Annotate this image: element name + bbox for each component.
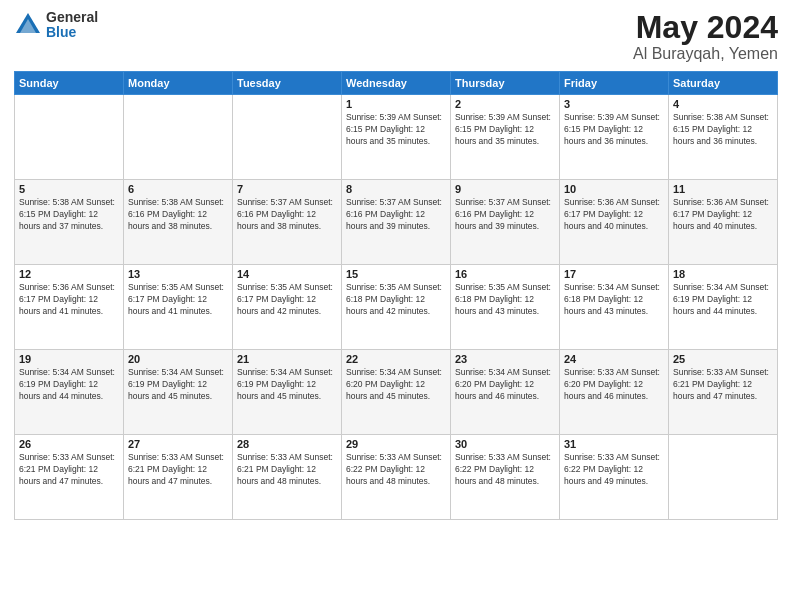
day-info: Sunrise: 5:38 AM Sunset: 6:16 PM Dayligh… xyxy=(128,197,228,233)
day-number: 29 xyxy=(346,438,446,450)
col-thursday: Thursday xyxy=(451,72,560,95)
day-number: 6 xyxy=(128,183,228,195)
day-info: Sunrise: 5:35 AM Sunset: 6:17 PM Dayligh… xyxy=(237,282,337,318)
day-info: Sunrise: 5:38 AM Sunset: 6:15 PM Dayligh… xyxy=(19,197,119,233)
calendar-cell: 1Sunrise: 5:39 AM Sunset: 6:15 PM Daylig… xyxy=(342,95,451,180)
calendar-week-1: 1Sunrise: 5:39 AM Sunset: 6:15 PM Daylig… xyxy=(15,95,778,180)
day-number: 12 xyxy=(19,268,119,280)
calendar-cell xyxy=(15,95,124,180)
calendar-cell: 29Sunrise: 5:33 AM Sunset: 6:22 PM Dayli… xyxy=(342,435,451,520)
day-number: 19 xyxy=(19,353,119,365)
day-info: Sunrise: 5:34 AM Sunset: 6:19 PM Dayligh… xyxy=(128,367,228,403)
calendar-week-2: 5Sunrise: 5:38 AM Sunset: 6:15 PM Daylig… xyxy=(15,180,778,265)
col-friday: Friday xyxy=(560,72,669,95)
logo: General Blue xyxy=(14,10,98,41)
day-info: Sunrise: 5:35 AM Sunset: 6:18 PM Dayligh… xyxy=(346,282,446,318)
day-info: Sunrise: 5:36 AM Sunset: 6:17 PM Dayligh… xyxy=(19,282,119,318)
day-number: 3 xyxy=(564,98,664,110)
day-info: Sunrise: 5:33 AM Sunset: 6:21 PM Dayligh… xyxy=(128,452,228,488)
day-info: Sunrise: 5:36 AM Sunset: 6:17 PM Dayligh… xyxy=(673,197,773,233)
day-info: Sunrise: 5:33 AM Sunset: 6:21 PM Dayligh… xyxy=(237,452,337,488)
day-number: 16 xyxy=(455,268,555,280)
calendar-cell: 6Sunrise: 5:38 AM Sunset: 6:16 PM Daylig… xyxy=(124,180,233,265)
calendar-cell: 26Sunrise: 5:33 AM Sunset: 6:21 PM Dayli… xyxy=(15,435,124,520)
calendar-cell: 21Sunrise: 5:34 AM Sunset: 6:19 PM Dayli… xyxy=(233,350,342,435)
calendar-cell: 3Sunrise: 5:39 AM Sunset: 6:15 PM Daylig… xyxy=(560,95,669,180)
day-info: Sunrise: 5:33 AM Sunset: 6:22 PM Dayligh… xyxy=(346,452,446,488)
col-monday: Monday xyxy=(124,72,233,95)
title-month: May 2024 xyxy=(633,10,778,45)
day-info: Sunrise: 5:36 AM Sunset: 6:17 PM Dayligh… xyxy=(564,197,664,233)
title-location: Al Burayqah, Yemen xyxy=(633,45,778,63)
day-number: 4 xyxy=(673,98,773,110)
calendar-cell: 24Sunrise: 5:33 AM Sunset: 6:20 PM Dayli… xyxy=(560,350,669,435)
calendar-week-4: 19Sunrise: 5:34 AM Sunset: 6:19 PM Dayli… xyxy=(15,350,778,435)
calendar-cell: 22Sunrise: 5:34 AM Sunset: 6:20 PM Dayli… xyxy=(342,350,451,435)
calendar-header: Sunday Monday Tuesday Wednesday Thursday… xyxy=(15,72,778,95)
day-number: 7 xyxy=(237,183,337,195)
day-info: Sunrise: 5:39 AM Sunset: 6:15 PM Dayligh… xyxy=(564,112,664,148)
day-info: Sunrise: 5:35 AM Sunset: 6:17 PM Dayligh… xyxy=(128,282,228,318)
calendar-cell: 17Sunrise: 5:34 AM Sunset: 6:18 PM Dayli… xyxy=(560,265,669,350)
calendar-cell: 23Sunrise: 5:34 AM Sunset: 6:20 PM Dayli… xyxy=(451,350,560,435)
calendar-cell: 16Sunrise: 5:35 AM Sunset: 6:18 PM Dayli… xyxy=(451,265,560,350)
calendar-cell: 11Sunrise: 5:36 AM Sunset: 6:17 PM Dayli… xyxy=(669,180,778,265)
calendar-cell: 7Sunrise: 5:37 AM Sunset: 6:16 PM Daylig… xyxy=(233,180,342,265)
day-number: 15 xyxy=(346,268,446,280)
day-number: 25 xyxy=(673,353,773,365)
day-number: 11 xyxy=(673,183,773,195)
day-info: Sunrise: 5:34 AM Sunset: 6:19 PM Dayligh… xyxy=(673,282,773,318)
calendar-cell xyxy=(233,95,342,180)
day-number: 18 xyxy=(673,268,773,280)
day-number: 20 xyxy=(128,353,228,365)
day-number: 9 xyxy=(455,183,555,195)
calendar-cell: 20Sunrise: 5:34 AM Sunset: 6:19 PM Dayli… xyxy=(124,350,233,435)
col-tuesday: Tuesday xyxy=(233,72,342,95)
day-number: 23 xyxy=(455,353,555,365)
day-number: 5 xyxy=(19,183,119,195)
day-info: Sunrise: 5:34 AM Sunset: 6:20 PM Dayligh… xyxy=(455,367,555,403)
day-number: 2 xyxy=(455,98,555,110)
calendar-cell: 8Sunrise: 5:37 AM Sunset: 6:16 PM Daylig… xyxy=(342,180,451,265)
day-info: Sunrise: 5:39 AM Sunset: 6:15 PM Dayligh… xyxy=(455,112,555,148)
day-info: Sunrise: 5:38 AM Sunset: 6:15 PM Dayligh… xyxy=(673,112,773,148)
calendar-week-5: 26Sunrise: 5:33 AM Sunset: 6:21 PM Dayli… xyxy=(15,435,778,520)
calendar-cell xyxy=(124,95,233,180)
day-info: Sunrise: 5:34 AM Sunset: 6:19 PM Dayligh… xyxy=(19,367,119,403)
calendar-cell: 31Sunrise: 5:33 AM Sunset: 6:22 PM Dayli… xyxy=(560,435,669,520)
day-number: 8 xyxy=(346,183,446,195)
day-number: 30 xyxy=(455,438,555,450)
calendar-cell: 27Sunrise: 5:33 AM Sunset: 6:21 PM Dayli… xyxy=(124,435,233,520)
day-info: Sunrise: 5:33 AM Sunset: 6:22 PM Dayligh… xyxy=(564,452,664,488)
calendar-week-3: 12Sunrise: 5:36 AM Sunset: 6:17 PM Dayli… xyxy=(15,265,778,350)
calendar-cell: 4Sunrise: 5:38 AM Sunset: 6:15 PM Daylig… xyxy=(669,95,778,180)
logo-text: General Blue xyxy=(46,10,98,41)
day-number: 27 xyxy=(128,438,228,450)
day-info: Sunrise: 5:39 AM Sunset: 6:15 PM Dayligh… xyxy=(346,112,446,148)
day-info: Sunrise: 5:34 AM Sunset: 6:19 PM Dayligh… xyxy=(237,367,337,403)
calendar-cell: 18Sunrise: 5:34 AM Sunset: 6:19 PM Dayli… xyxy=(669,265,778,350)
calendar-cell: 5Sunrise: 5:38 AM Sunset: 6:15 PM Daylig… xyxy=(15,180,124,265)
day-info: Sunrise: 5:33 AM Sunset: 6:22 PM Dayligh… xyxy=(455,452,555,488)
day-number: 26 xyxy=(19,438,119,450)
calendar-cell: 12Sunrise: 5:36 AM Sunset: 6:17 PM Dayli… xyxy=(15,265,124,350)
day-info: Sunrise: 5:37 AM Sunset: 6:16 PM Dayligh… xyxy=(455,197,555,233)
day-info: Sunrise: 5:34 AM Sunset: 6:20 PM Dayligh… xyxy=(346,367,446,403)
title-block: May 2024 Al Burayqah, Yemen xyxy=(633,10,778,63)
page: General Blue May 2024 Al Burayqah, Yemen… xyxy=(0,0,792,612)
col-wednesday: Wednesday xyxy=(342,72,451,95)
day-number: 22 xyxy=(346,353,446,365)
calendar-cell: 25Sunrise: 5:33 AM Sunset: 6:21 PM Dayli… xyxy=(669,350,778,435)
calendar-cell: 30Sunrise: 5:33 AM Sunset: 6:22 PM Dayli… xyxy=(451,435,560,520)
header: General Blue May 2024 Al Burayqah, Yemen xyxy=(14,10,778,63)
logo-blue: Blue xyxy=(46,25,98,40)
calendar-cell xyxy=(669,435,778,520)
logo-icon xyxy=(14,11,42,39)
day-info: Sunrise: 5:33 AM Sunset: 6:21 PM Dayligh… xyxy=(673,367,773,403)
col-sunday: Sunday xyxy=(15,72,124,95)
calendar-cell: 15Sunrise: 5:35 AM Sunset: 6:18 PM Dayli… xyxy=(342,265,451,350)
day-number: 10 xyxy=(564,183,664,195)
weekday-row: Sunday Monday Tuesday Wednesday Thursday… xyxy=(15,72,778,95)
col-saturday: Saturday xyxy=(669,72,778,95)
logo-general: General xyxy=(46,10,98,25)
